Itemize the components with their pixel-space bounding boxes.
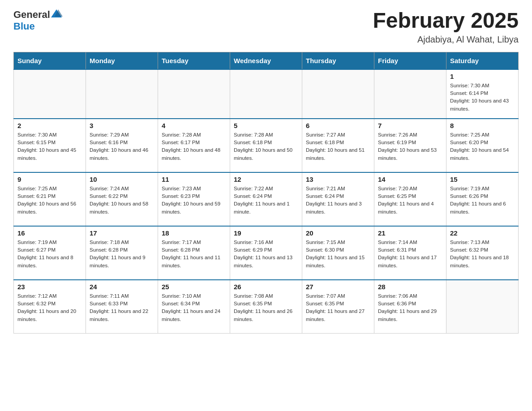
day-number: 4 [162,122,226,129]
calendar-table: SundayMondayTuesdayWednesdayThursdayFrid… [13,52,519,334]
day-number: 15 [450,176,515,183]
day-info: Sunrise: 7:25 AMSunset: 6:20 PMDaylight:… [450,131,515,162]
calendar-day-cell: 17Sunrise: 7:18 AMSunset: 6:28 PMDayligh… [86,226,158,280]
day-info: Sunrise: 7:10 AMSunset: 6:34 PMDaylight:… [162,292,226,323]
day-number: 21 [378,229,442,237]
calendar-day-cell [446,280,519,334]
day-number: 28 [378,283,442,291]
day-info: Sunrise: 7:15 AMSunset: 6:30 PMDaylight:… [306,239,370,270]
calendar-subtitle: Ajdabiya, Al Wahat, Libya [373,34,519,45]
calendar-day-cell: 21Sunrise: 7:14 AMSunset: 6:31 PMDayligh… [374,226,446,280]
day-info: Sunrise: 7:18 AMSunset: 6:28 PMDaylight:… [90,239,154,270]
calendar-day-cell: 18Sunrise: 7:17 AMSunset: 6:28 PMDayligh… [158,226,230,280]
calendar-day-cell: 12Sunrise: 7:22 AMSunset: 6:24 PMDayligh… [230,172,302,226]
calendar-day-cell: 5Sunrise: 7:28 AMSunset: 6:18 PMDaylight… [230,119,302,172]
calendar-day-cell: 14Sunrise: 7:20 AMSunset: 6:25 PMDayligh… [374,172,446,226]
calendar-day-cell [14,69,86,119]
calendar-week-row: 9Sunrise: 7:25 AMSunset: 6:21 PMDaylight… [14,172,519,226]
day-of-week-header: Tuesday [158,52,230,69]
day-of-week-header: Saturday [446,52,519,69]
day-info: Sunrise: 7:12 AMSunset: 6:32 PMDaylight:… [17,292,82,323]
day-number: 2 [17,122,82,129]
day-info: Sunrise: 7:24 AMSunset: 6:22 PMDaylight:… [90,185,154,216]
day-number: 24 [90,283,154,291]
day-number: 13 [306,176,370,183]
day-of-week-header: Monday [86,52,158,69]
day-of-week-header: Thursday [302,52,374,69]
logo-blue-text: Blue [13,21,35,32]
calendar-day-cell [230,69,302,119]
day-info: Sunrise: 7:07 AMSunset: 6:35 PMDaylight:… [306,292,370,323]
calendar-day-cell: 1Sunrise: 7:30 AMSunset: 6:14 PMDaylight… [446,69,519,119]
day-number: 27 [306,283,370,291]
title-section: February 2025 Ajdabiya, Al Wahat, Libya [373,9,519,45]
day-number: 9 [17,176,82,183]
calendar-week-row: 1Sunrise: 7:30 AMSunset: 6:14 PMDaylight… [14,69,519,119]
day-number: 18 [162,229,226,237]
calendar-day-cell: 22Sunrise: 7:13 AMSunset: 6:32 PMDayligh… [446,226,519,280]
calendar-day-cell: 6Sunrise: 7:27 AMSunset: 6:18 PMDaylight… [302,119,374,172]
day-number: 17 [90,229,154,237]
day-info: Sunrise: 7:23 AMSunset: 6:23 PMDaylight:… [162,185,226,216]
day-number: 23 [17,283,82,291]
day-number: 20 [306,229,370,237]
calendar-day-cell: 2Sunrise: 7:30 AMSunset: 6:15 PMDaylight… [14,119,86,172]
day-number: 25 [162,283,226,291]
day-number: 22 [450,229,515,237]
calendar-day-cell: 8Sunrise: 7:25 AMSunset: 6:20 PMDaylight… [446,119,519,172]
day-number: 14 [378,176,442,183]
logo: General Blue [13,9,63,32]
calendar-day-cell: 7Sunrise: 7:26 AMSunset: 6:19 PMDaylight… [374,119,446,172]
day-info: Sunrise: 7:30 AMSunset: 6:14 PMDaylight:… [450,82,515,113]
day-number: 5 [234,122,298,129]
calendar-day-cell [374,69,446,119]
day-of-week-header: Friday [374,52,446,69]
calendar-day-cell: 15Sunrise: 7:19 AMSunset: 6:26 PMDayligh… [446,172,519,226]
calendar-title: February 2025 [373,9,519,33]
day-info: Sunrise: 7:19 AMSunset: 6:26 PMDaylight:… [450,185,515,216]
calendar-day-cell: 26Sunrise: 7:08 AMSunset: 6:35 PMDayligh… [230,280,302,334]
day-info: Sunrise: 7:22 AMSunset: 6:24 PMDaylight:… [234,185,298,216]
day-number: 11 [162,176,226,183]
calendar-week-row: 16Sunrise: 7:19 AMSunset: 6:27 PMDayligh… [14,226,519,280]
day-info: Sunrise: 7:21 AMSunset: 6:24 PMDaylight:… [306,185,370,216]
day-of-week-header: Wednesday [230,52,302,69]
day-info: Sunrise: 7:11 AMSunset: 6:33 PMDaylight:… [90,292,154,323]
calendar-day-cell: 25Sunrise: 7:10 AMSunset: 6:34 PMDayligh… [158,280,230,334]
day-info: Sunrise: 7:28 AMSunset: 6:17 PMDaylight:… [162,131,226,162]
day-of-week-header: Sunday [14,52,86,69]
page-header: General Blue February 2025 Ajdabiya, Al … [13,9,519,45]
day-info: Sunrise: 7:14 AMSunset: 6:31 PMDaylight:… [378,239,442,270]
day-number: 6 [306,122,370,129]
day-info: Sunrise: 7:20 AMSunset: 6:25 PMDaylight:… [378,185,442,216]
logo-icon [50,8,63,20]
day-number: 16 [17,229,82,237]
day-number: 12 [234,176,298,183]
day-info: Sunrise: 7:28 AMSunset: 6:18 PMDaylight:… [234,131,298,162]
day-number: 8 [450,122,515,129]
day-number: 26 [234,283,298,291]
calendar-day-cell: 20Sunrise: 7:15 AMSunset: 6:30 PMDayligh… [302,226,374,280]
day-number: 7 [378,122,442,129]
day-info: Sunrise: 7:19 AMSunset: 6:27 PMDaylight:… [17,239,82,270]
day-info: Sunrise: 7:08 AMSunset: 6:35 PMDaylight:… [234,292,298,323]
calendar-day-cell: 16Sunrise: 7:19 AMSunset: 6:27 PMDayligh… [14,226,86,280]
day-info: Sunrise: 7:06 AMSunset: 6:36 PMDaylight:… [378,292,442,323]
calendar-day-cell: 4Sunrise: 7:28 AMSunset: 6:17 PMDaylight… [158,119,230,172]
calendar-day-cell: 24Sunrise: 7:11 AMSunset: 6:33 PMDayligh… [86,280,158,334]
day-info: Sunrise: 7:17 AMSunset: 6:28 PMDaylight:… [162,239,226,270]
day-info: Sunrise: 7:26 AMSunset: 6:19 PMDaylight:… [378,131,442,162]
calendar-week-row: 23Sunrise: 7:12 AMSunset: 6:32 PMDayligh… [14,280,519,334]
logo-general-text: General [13,9,50,21]
day-info: Sunrise: 7:25 AMSunset: 6:21 PMDaylight:… [17,185,82,216]
day-info: Sunrise: 7:27 AMSunset: 6:18 PMDaylight:… [306,131,370,162]
calendar-day-cell: 19Sunrise: 7:16 AMSunset: 6:29 PMDayligh… [230,226,302,280]
calendar-day-cell: 11Sunrise: 7:23 AMSunset: 6:23 PMDayligh… [158,172,230,226]
calendar-day-cell [158,69,230,119]
day-info: Sunrise: 7:30 AMSunset: 6:15 PMDaylight:… [17,131,82,162]
calendar-day-cell [302,69,374,119]
day-number: 19 [234,229,298,237]
day-info: Sunrise: 7:13 AMSunset: 6:32 PMDaylight:… [450,239,515,270]
calendar-day-cell: 27Sunrise: 7:07 AMSunset: 6:35 PMDayligh… [302,280,374,334]
calendar-header-row: SundayMondayTuesdayWednesdayThursdayFrid… [14,52,519,69]
